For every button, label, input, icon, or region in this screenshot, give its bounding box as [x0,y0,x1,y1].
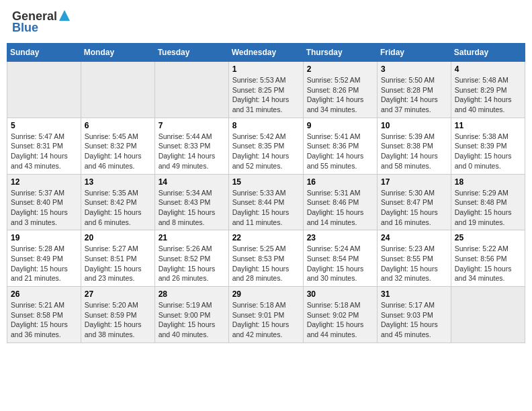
sunrise-text: Sunrise: 5:28 AM [11,244,77,254]
sunset-text: Sunset: 8:36 PM [307,141,373,151]
sunset-text: Sunset: 8:26 PM [307,85,373,95]
weekday-wednesday: Wednesday [228,44,303,62]
sunrise-text: Sunrise: 5:23 AM [381,244,447,254]
calendar-cell: 18Sunrise: 5:29 AMSunset: 8:48 PMDayligh… [451,174,525,230]
sunrise-text: Sunrise: 5:53 AM [232,75,300,85]
daylight-text: Daylight: 14 hours and 34 minutes. [307,95,373,114]
sunset-text: Sunset: 8:39 PM [455,141,521,151]
sunset-text: Sunset: 8:58 PM [11,310,77,320]
calendar-cell: 15Sunrise: 5:33 AMSunset: 8:44 PMDayligh… [228,174,303,230]
sunset-text: Sunset: 8:48 PM [455,197,521,208]
day-info: Sunrise: 5:48 AMSunset: 8:29 PMDaylight:… [455,75,521,115]
daylight-text: Daylight: 15 hours and 0 minutes. [455,151,521,171]
calendar-cell: 2Sunrise: 5:52 AMSunset: 8:26 PMDaylight… [303,62,377,118]
logo-triangle [59,10,70,24]
day-number: 20 [85,233,151,242]
daylight-text: Daylight: 15 hours and 23 minutes. [85,264,151,283]
day-number: 27 [85,289,151,299]
sunrise-text: Sunrise: 5:34 AM [159,188,225,198]
day-info: Sunrise: 5:18 AMSunset: 9:01 PMDaylight:… [232,300,300,340]
calendar-cell: 11Sunrise: 5:38 AMSunset: 8:39 PMDayligh… [451,118,525,174]
daylight-text: Daylight: 14 hours and 43 minutes. [11,151,77,171]
calendar-cell: 14Sunrise: 5:34 AMSunset: 8:43 PMDayligh… [154,174,228,230]
svg-marker-0 [59,10,70,21]
sunrise-text: Sunrise: 5:19 AM [159,300,225,310]
sunset-text: Sunset: 8:29 PM [455,85,521,95]
day-info: Sunrise: 5:29 AMSunset: 8:48 PMDaylight:… [455,188,521,228]
daylight-text: Daylight: 14 hours and 31 minutes. [232,95,300,114]
day-info: Sunrise: 5:33 AMSunset: 8:44 PMDaylight:… [232,188,300,228]
daylight-text: Daylight: 15 hours and 45 minutes. [381,320,447,339]
day-info: Sunrise: 5:26 AMSunset: 8:52 PMDaylight:… [159,244,225,283]
day-number: 19 [11,233,77,242]
day-number: 11 [455,121,521,130]
day-info: Sunrise: 5:34 AMSunset: 8:43 PMDaylight:… [159,188,225,228]
page-header: General Blue [7,7,525,38]
calendar-cell [81,62,154,118]
calendar-week-2: 5Sunrise: 5:47 AMSunset: 8:31 PMDaylight… [7,118,525,174]
day-info: Sunrise: 5:23 AMSunset: 8:55 PMDaylight:… [381,244,447,283]
daylight-text: Daylight: 15 hours and 8 minutes. [159,208,225,227]
daylight-text: Daylight: 15 hours and 40 minutes. [159,320,225,339]
sunset-text: Sunset: 9:02 PM [307,310,373,320]
calendar-cell: 16Sunrise: 5:31 AMSunset: 8:46 PMDayligh… [303,174,377,230]
sunrise-text: Sunrise: 5:27 AM [85,244,151,254]
day-info: Sunrise: 5:31 AMSunset: 8:46 PMDaylight:… [307,188,373,228]
sunset-text: Sunset: 8:46 PM [307,197,373,208]
day-number: 28 [159,289,225,299]
weekday-saturday: Saturday [451,44,525,62]
sunrise-text: Sunrise: 5:25 AM [232,244,300,254]
daylight-text: Daylight: 15 hours and 21 minutes. [11,264,77,283]
calendar-cell: 26Sunrise: 5:21 AMSunset: 8:58 PMDayligh… [7,287,81,343]
calendar-cell: 13Sunrise: 5:35 AMSunset: 8:42 PMDayligh… [81,174,154,230]
day-info: Sunrise: 5:41 AMSunset: 8:36 PMDaylight:… [307,132,373,171]
weekday-friday: Friday [378,44,451,62]
day-info: Sunrise: 5:25 AMSunset: 8:53 PMDaylight:… [232,244,300,283]
day-info: Sunrise: 5:52 AMSunset: 8:26 PMDaylight:… [307,75,373,115]
day-number: 21 [159,233,225,242]
day-info: Sunrise: 5:53 AMSunset: 8:25 PMDaylight:… [232,75,300,115]
day-info: Sunrise: 5:37 AMSunset: 8:40 PMDaylight:… [11,188,77,228]
sunset-text: Sunset: 8:55 PM [381,254,447,264]
day-number: 22 [232,233,300,242]
day-info: Sunrise: 5:21 AMSunset: 8:58 PMDaylight:… [11,300,77,340]
day-info: Sunrise: 5:19 AMSunset: 9:00 PMDaylight:… [159,300,225,340]
daylight-text: Daylight: 14 hours and 40 minutes. [455,95,521,114]
calendar-cell: 25Sunrise: 5:22 AMSunset: 8:56 PMDayligh… [451,230,525,287]
daylight-text: Daylight: 15 hours and 42 minutes. [232,320,300,339]
sunset-text: Sunset: 8:54 PM [307,254,373,264]
calendar-cell: 30Sunrise: 5:18 AMSunset: 9:02 PMDayligh… [303,287,377,343]
logo-blue: Blue [12,21,38,35]
weekday-sunday: Sunday [7,44,81,62]
sunrise-text: Sunrise: 5:41 AM [307,132,373,142]
logo: General Blue [12,9,70,35]
daylight-text: Daylight: 15 hours and 36 minutes. [11,320,77,339]
daylight-text: Daylight: 15 hours and 28 minutes. [232,264,300,283]
sunset-text: Sunset: 8:43 PM [159,197,225,208]
sunrise-text: Sunrise: 5:22 AM [455,244,521,254]
calendar-week-3: 12Sunrise: 5:37 AMSunset: 8:40 PMDayligh… [7,174,525,230]
day-number: 8 [232,121,300,130]
day-number: 10 [381,121,447,130]
sunrise-text: Sunrise: 5:39 AM [381,132,447,142]
daylight-text: Daylight: 15 hours and 3 minutes. [11,208,77,227]
day-number: 25 [455,233,521,242]
day-info: Sunrise: 5:39 AMSunset: 8:38 PMDaylight:… [381,132,447,171]
sunset-text: Sunset: 8:28 PM [381,85,447,95]
sunset-text: Sunset: 8:25 PM [232,85,300,95]
calendar-cell: 31Sunrise: 5:17 AMSunset: 9:03 PMDayligh… [378,287,451,343]
sunset-text: Sunset: 8:52 PM [159,254,225,264]
daylight-text: Daylight: 14 hours and 58 minutes. [381,151,447,171]
day-number: 16 [307,177,373,187]
sunrise-text: Sunrise: 5:24 AM [307,244,373,254]
daylight-text: Daylight: 15 hours and 34 minutes. [455,264,521,283]
day-number: 13 [85,177,151,187]
day-number: 2 [307,64,373,74]
day-info: Sunrise: 5:45 AMSunset: 8:32 PMDaylight:… [85,132,151,171]
sunrise-text: Sunrise: 5:20 AM [85,300,151,310]
day-number: 3 [381,64,447,74]
sunset-text: Sunset: 8:40 PM [11,197,77,208]
day-number: 12 [11,177,77,187]
sunset-text: Sunset: 9:00 PM [159,310,225,320]
calendar-cell: 12Sunrise: 5:37 AMSunset: 8:40 PMDayligh… [7,174,81,230]
